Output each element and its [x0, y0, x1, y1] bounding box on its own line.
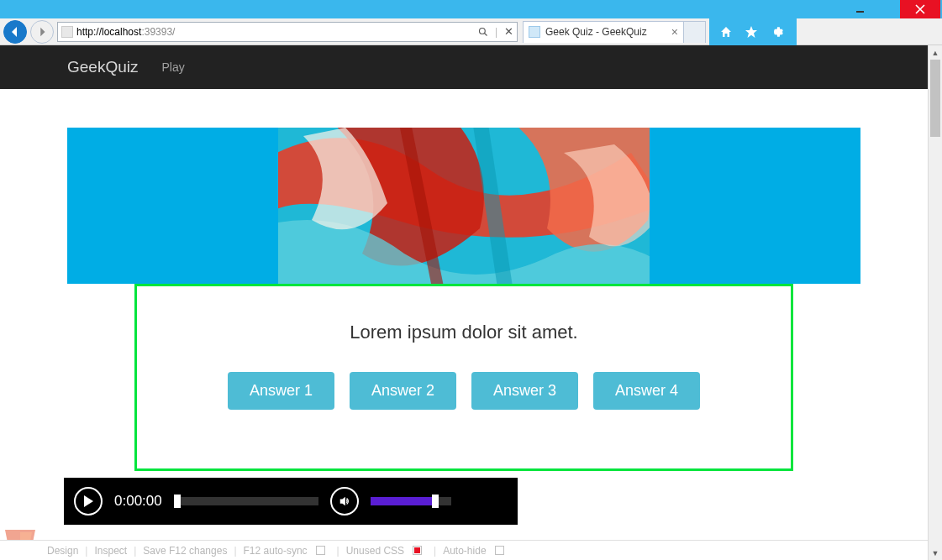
page-content: GeekQuiz Play [0, 45, 928, 560]
answer-button-2[interactable]: Answer 2 [350, 372, 456, 410]
question-text: Lorem ipsum dolor sit amet. [147, 322, 781, 343]
stop-reload-button[interactable]: ✕ [504, 25, 513, 38]
search-icon[interactable] [478, 27, 488, 37]
browser-tools [719, 25, 792, 39]
tab-strip: Geek Quiz - GeekQuiz × [523, 21, 706, 43]
browser-link-toolbar: Design| Inspect| Save F12 changes| F12 a… [0, 540, 928, 560]
hero-banner [67, 128, 860, 284]
seek-bar[interactable] [174, 497, 318, 505]
brand-logo[interactable]: GeekQuiz [67, 58, 138, 76]
volume-knob[interactable] [432, 495, 439, 508]
devbar-save[interactable]: Save F12 changes [143, 545, 227, 557]
question-card: Lorem ipsum dolor sit amet. Answer 1 Ans… [134, 284, 793, 471]
gear-icon[interactable] [770, 25, 783, 39]
url-host: http://localhost [76, 26, 141, 38]
devbar-design[interactable]: Design [47, 545, 78, 557]
unused-css-checkbox[interactable] [413, 546, 422, 555]
hero-image [278, 128, 650, 284]
devbar-unused-css[interactable]: Unused CSS [346, 545, 404, 557]
volume-button[interactable] [330, 487, 359, 516]
devbar-autohide[interactable]: Auto-hide [443, 545, 486, 557]
tab-close-button[interactable]: × [671, 25, 678, 39]
browser-toolbar: http://localhost:39393/ | ✕ Geek Quiz - … [0, 18, 942, 45]
play-button[interactable] [74, 487, 103, 516]
volume-slider[interactable] [371, 497, 451, 505]
autosync-checkbox[interactable] [316, 546, 325, 555]
svg-point-0 [479, 28, 485, 34]
scroll-thumb[interactable] [930, 60, 940, 137]
app-navbar: GeekQuiz Play [0, 45, 928, 89]
scroll-up-button[interactable]: ▲ [929, 45, 942, 60]
address-bar-tools: | ✕ [478, 25, 513, 38]
answer-button-4[interactable]: Answer 4 [593, 372, 700, 410]
answer-row: Answer 1 Answer 2 Answer 3 Answer 4 [147, 372, 781, 410]
nav-link-play[interactable]: Play [161, 60, 184, 74]
media-player: 0:00:00 [64, 478, 518, 525]
answer-button-1[interactable]: Answer 1 [228, 372, 334, 410]
devbar-autosync[interactable]: F12 auto-sync [244, 545, 308, 557]
time-display: 0:00:00 [114, 493, 162, 510]
new-tab-button[interactable] [684, 21, 706, 43]
scroll-down-button[interactable]: ▼ [929, 546, 942, 560]
devbar-inspect[interactable]: Inspect [94, 545, 127, 557]
home-icon[interactable] [719, 25, 733, 39]
window-minimize-button[interactable] [846, 0, 873, 18]
address-bar[interactable]: http://localhost:39393/ | ✕ [57, 22, 518, 42]
seek-knob[interactable] [174, 495, 181, 508]
window-close-button[interactable] [900, 0, 940, 18]
svg-line-1 [484, 33, 487, 35]
vertical-scrollbar[interactable]: ▲ ▼ [928, 45, 942, 560]
viewport: GeekQuiz Play [0, 45, 942, 560]
nav-back-button[interactable] [3, 20, 27, 44]
favorites-icon[interactable] [745, 25, 758, 39]
browser-tab[interactable]: Geek Quiz - GeekQuiz × [523, 21, 684, 43]
window-titlebar [0, 0, 942, 18]
browser-window: http://localhost:39393/ | ✕ Geek Quiz - … [0, 0, 942, 560]
tab-favicon [529, 26, 540, 38]
answer-button-3[interactable]: Answer 3 [471, 372, 578, 410]
url-port: :39393/ [141, 26, 175, 38]
autohide-checkbox[interactable] [495, 546, 504, 555]
page-icon [61, 26, 73, 38]
tab-title: Geek Quiz - GeekQuiz [545, 26, 647, 38]
window-maximize-button[interactable] [873, 0, 900, 18]
nav-forward-button[interactable] [30, 20, 54, 44]
